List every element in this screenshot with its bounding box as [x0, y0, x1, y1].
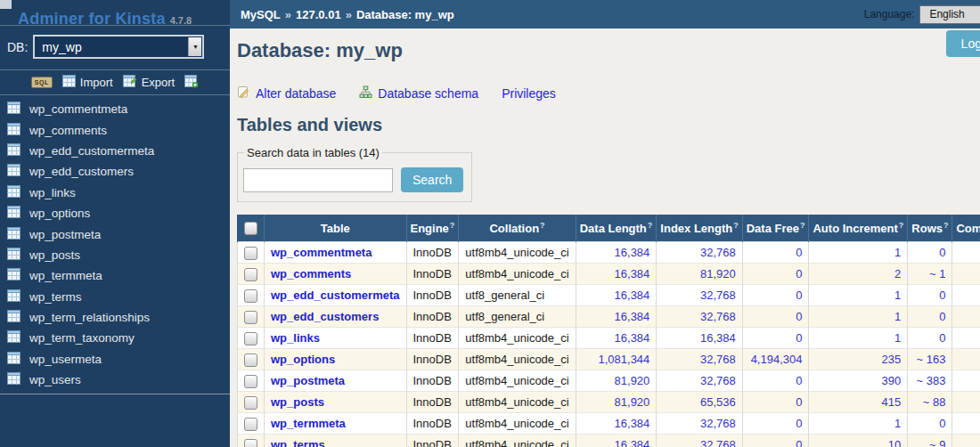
rows-cell: 0 [908, 242, 952, 264]
language-select[interactable]: English ▼ [919, 5, 980, 24]
column-header: Index Length? [657, 215, 742, 242]
auto-increment-cell: 1 [809, 413, 908, 435]
collation-cell: utf8mb4_unicode_ci [459, 435, 576, 447]
table-icon [7, 102, 20, 117]
alter-database-link[interactable]: Alter database [237, 85, 336, 102]
table-name-link[interactable]: wp_comments [271, 267, 351, 280]
sidebar-table-name: wp_users [29, 373, 81, 386]
sidebar-table-name: wp_options [29, 207, 90, 220]
row-checkbox-cell [238, 413, 265, 435]
table-name-link[interactable]: wp_commentmeta [271, 246, 372, 259]
help-link[interactable]: ? [540, 221, 545, 230]
column-header-label: Table [321, 222, 350, 235]
row-checkbox[interactable] [244, 332, 257, 345]
language-label: Language: [864, 8, 915, 20]
comment-cell [952, 413, 980, 435]
logout-button[interactable]: Logout [946, 30, 980, 57]
edit-note-icon [237, 85, 250, 102]
table-icon [7, 227, 20, 242]
sidebar-table-item[interactable]: wp_edd_customers [0, 161, 230, 182]
comment-cell [952, 328, 980, 349]
table-name-link[interactable]: wp_edd_customermeta [271, 289, 400, 302]
table-name-link[interactable]: wp_options [271, 353, 335, 366]
sidebar-table-item[interactable]: wp_users [0, 370, 230, 390]
table-icon [7, 330, 20, 345]
table-name-link[interactable]: wp_edd_customers [271, 310, 379, 323]
index-length-cell: 16,384 [657, 328, 742, 349]
page-title: Database: my_wp [237, 39, 980, 62]
db-select[interactable]: my_wp ▼ [33, 35, 204, 59]
data-free-cell: 0 [742, 328, 809, 349]
table-row: wp_termmetaInnoDButf8mb4_unicode_ci16,38… [238, 413, 980, 435]
sidebar-table-item[interactable]: wp_comments [0, 119, 230, 140]
breadcrumb-app-link[interactable]: MySQL [241, 8, 281, 21]
table-row: wp_commentmetaInnoDButf8mb4_unicode_ci16… [238, 242, 980, 264]
sidebar-table-item[interactable]: wp_terms [0, 287, 230, 307]
help-link[interactable]: ? [800, 221, 805, 230]
table-name-link[interactable]: wp_termmeta [271, 417, 346, 430]
table-name-link[interactable]: wp_posts [271, 395, 324, 409]
auto-increment-cell: 2 [809, 264, 908, 285]
column-header: Comment? [952, 215, 980, 242]
import-button[interactable]: Import [62, 75, 113, 90]
database-schema-link[interactable]: Database schema [359, 85, 478, 102]
sidebar-table-item[interactable]: wp_term_taxonomy [0, 328, 230, 348]
row-checkbox[interactable] [244, 289, 257, 303]
sql-command-button[interactable]: SQL [31, 77, 53, 88]
sidebar-table-item[interactable]: wp_usermeta [0, 349, 230, 370]
table-name-link[interactable]: wp_postmeta [271, 374, 345, 387]
main-content: Logout Database: my_wp Alter database Da… [230, 28, 980, 447]
table-name-link[interactable]: wp_terms [271, 438, 325, 447]
collation-cell: utf8mb4_unicode_ci [459, 242, 576, 264]
help-link[interactable]: ? [648, 221, 653, 230]
table-name-cell: wp_options [265, 349, 407, 370]
row-checkbox[interactable] [244, 354, 257, 367]
privileges-link[interactable]: Privileges [502, 86, 556, 101]
sidebar-table-item[interactable]: wp_commentmeta [0, 99, 230, 119]
create-table-button[interactable] [184, 75, 199, 91]
sidebar-table-item[interactable]: wp_postmeta [0, 224, 230, 244]
search-button[interactable]: Search [401, 167, 463, 192]
column-header-label: Auto Increment [813, 222, 897, 235]
sidebar-table-item[interactable]: wp_posts [0, 245, 230, 265]
table-name-cell: wp_edd_customermeta [265, 285, 407, 306]
sidebar-table-item[interactable]: wp_links [0, 183, 230, 203]
table-icon [7, 352, 20, 367]
column-header-label: Comment [956, 222, 980, 235]
sidebar-table-item[interactable]: wp_termmeta [0, 265, 230, 286]
row-checkbox[interactable] [244, 311, 257, 324]
sidebar-table-item[interactable]: wp_options [0, 203, 230, 224]
select-all-checkbox[interactable] [244, 222, 257, 235]
row-checkbox[interactable] [244, 247, 257, 260]
help-link[interactable]: ? [943, 221, 949, 230]
sidebar-table-item[interactable]: wp_term_relationships [0, 307, 230, 328]
row-checkbox[interactable] [244, 268, 257, 281]
data-free-cell: 0 [742, 370, 809, 392]
db-selector-row: DB: my_wp ▼ [0, 26, 230, 70]
table-name-link[interactable]: wp_links [271, 331, 320, 345]
column-header-label: Data Free [747, 222, 799, 235]
help-link[interactable]: ? [450, 221, 455, 230]
row-checkbox[interactable] [244, 375, 257, 388]
collation-cell: utf8mb4_unicode_ci [459, 349, 576, 370]
table-icon [7, 123, 20, 138]
schema-tree-icon [359, 85, 372, 102]
row-checkbox[interactable] [244, 396, 257, 410]
sidebar-table-item[interactable]: wp_edd_customermeta [0, 141, 230, 161]
sidebar-table-name: wp_usermeta [29, 353, 102, 366]
collation-cell: utf8mb4_unicode_ci [459, 264, 576, 285]
help-link[interactable]: ? [733, 221, 739, 230]
rows-cell: ~ 1 [908, 264, 952, 285]
search-input[interactable] [243, 168, 393, 192]
column-header: Data Length? [576, 215, 657, 242]
table-name-cell: wp_comments [265, 264, 407, 285]
breadcrumb-server-link[interactable]: 127.0.01 [296, 8, 341, 21]
row-checkbox[interactable] [244, 439, 257, 447]
export-button[interactable]: Export [123, 75, 176, 90]
help-link[interactable]: ? [899, 221, 904, 230]
tables-header-row: TableEngine?Collation?Data Length?Index … [238, 215, 980, 242]
data-free-cell: 0 [742, 242, 809, 264]
row-checkbox[interactable] [244, 418, 257, 431]
tables-tbody: wp_commentmetaInnoDButf8mb4_unicode_ci16… [238, 242, 980, 447]
adminer-logo-link[interactable]: Adminer for Kinsta [18, 10, 166, 28]
